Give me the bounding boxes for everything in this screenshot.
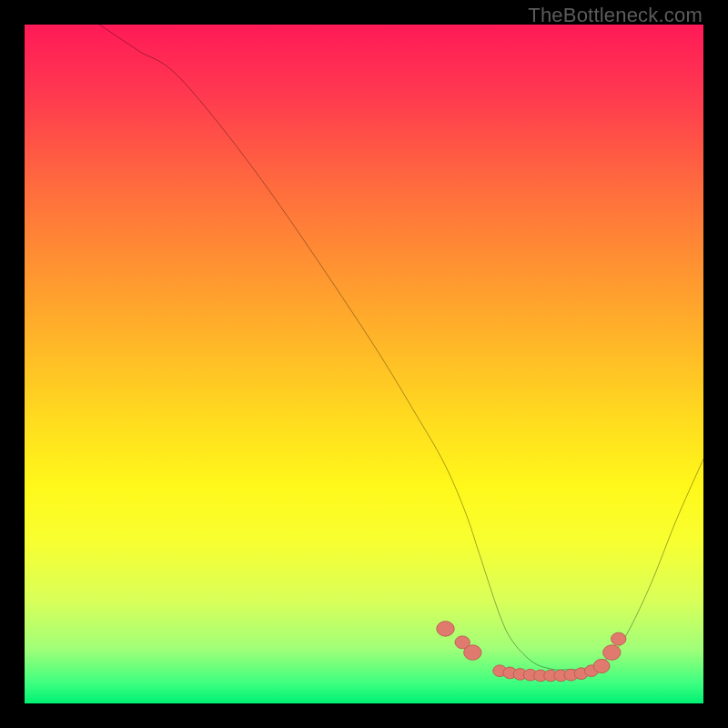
curve-marker xyxy=(437,622,454,636)
curve-marker xyxy=(603,645,621,660)
curve-markers xyxy=(437,622,626,682)
attribution-label: TheBottleneck.com xyxy=(528,4,703,27)
curve-marker xyxy=(464,645,481,660)
bottleneck-curve-path xyxy=(99,25,703,670)
curve-marker xyxy=(593,659,610,672)
chart-svg xyxy=(25,25,703,703)
chart-stage: TheBottleneck.com xyxy=(0,0,728,728)
curve-marker xyxy=(612,632,626,645)
